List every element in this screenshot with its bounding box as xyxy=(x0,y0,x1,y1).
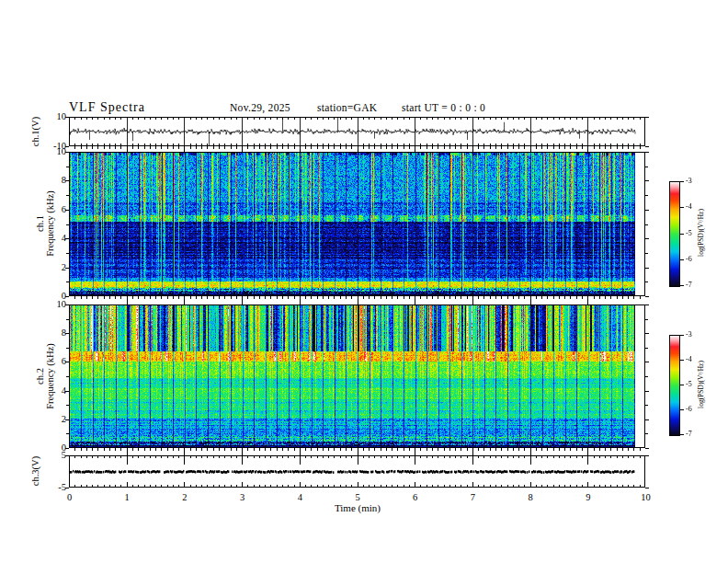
ch2-spec-y-tick xyxy=(65,362,69,362)
ch2-spec-y-minor-tick xyxy=(645,376,648,377)
ch1-wave-y-tick xyxy=(65,117,69,118)
ch1-wave-y-tick-label: 10 xyxy=(35,112,66,121)
ch1-spec-y-tick xyxy=(65,296,69,297)
ch2-spec-y-minor-tick xyxy=(645,319,648,320)
ch2-spec-y-tick-label: 4 xyxy=(35,386,66,396)
ch2-spec-y-tick-label: 6 xyxy=(35,357,66,366)
ch1-spec-y-tick xyxy=(65,152,69,153)
ch2-spec-y-tick xyxy=(65,448,69,449)
x-tick-label: 10 xyxy=(635,492,657,502)
colorbar-2-tick xyxy=(680,434,684,435)
colorbar-2-tick xyxy=(680,385,684,385)
ch2-spec-y-tick xyxy=(65,333,69,334)
tick-strip-2 xyxy=(69,296,645,304)
x-tick-label: 1 xyxy=(116,492,138,502)
ch2-spec-ylabel-channel: ch.2 xyxy=(35,343,45,408)
ch2-spec-y-tick-label: 10 xyxy=(35,300,66,309)
tick-strip-3 xyxy=(69,448,645,455)
start-ut-label: start UT = 0 : 0 : 0 xyxy=(402,102,485,113)
ch3-wave-y-tick xyxy=(65,488,69,488)
colorbar-1-tick xyxy=(680,234,684,235)
x-tick-label: 0 xyxy=(59,492,81,502)
colorbar-2-tick xyxy=(680,335,684,336)
colorbar-1-label: log(PSD)(V²/Hz) xyxy=(697,209,705,257)
colorbar-2-tick-label: -7 xyxy=(686,431,692,438)
colorbar-1-tick xyxy=(680,207,684,208)
colorbar-2-tick-label: -4 xyxy=(686,356,692,363)
x-tick-label: 7 xyxy=(461,492,483,502)
ch2-spec-y-tick-label: 8 xyxy=(35,328,66,338)
ch1-spec-y-tick xyxy=(65,210,69,211)
ch1-spec-y-tick xyxy=(65,268,69,269)
colorbar-1-tick xyxy=(680,181,684,182)
ch2-spec-y-tick-label: 2 xyxy=(35,415,66,424)
ch3-wave-ylabel: ch.3(V) xyxy=(30,456,40,486)
colorbar-2-label: log(PSD)(V²/Hz) xyxy=(697,361,705,408)
ch1-spec-y-minor-tick xyxy=(66,253,69,254)
ch3-wave-y-tick-label: 5 xyxy=(35,451,66,460)
ch2-spec-y-tick xyxy=(645,304,649,305)
colorbar-1-tick-label: -4 xyxy=(686,203,692,211)
ch3-wave-y-tick-label: -5 xyxy=(35,483,66,492)
ch2-spec-y-tick xyxy=(65,391,69,392)
ch1-spec-y-minor-tick xyxy=(645,282,648,282)
ch1-spec-y-minor-tick xyxy=(66,282,69,282)
ch2-spec-y-minor-tick xyxy=(66,348,69,349)
ch3-wave-y-tick xyxy=(645,488,649,488)
ch1-spec-y-tick xyxy=(65,180,69,181)
ch2-spec-y-minor-tick xyxy=(66,319,69,320)
x-tick-label: 2 xyxy=(174,492,196,502)
ch2-spec-y-minor-tick xyxy=(66,405,69,406)
ch3-wave-y-tick xyxy=(65,455,69,456)
ch1-spec-y-tick-label: 8 xyxy=(35,176,66,185)
colorbar-2-tick xyxy=(680,409,684,410)
ch1-spec-y-tick xyxy=(645,210,649,211)
ch1-spec-y-minor-tick xyxy=(66,167,69,167)
ch1-spec-y-minor-tick xyxy=(645,195,648,196)
ch1-spectrogram-canvas xyxy=(69,152,645,296)
ch1-spec-y-tick xyxy=(645,180,649,181)
plot-title: VLF Spectra xyxy=(69,100,145,115)
ch2-spec-y-minor-tick xyxy=(645,348,648,349)
ch2-spec-y-minor-tick xyxy=(645,405,648,406)
ch2-spec-y-tick xyxy=(65,304,69,305)
ch2-spec-y-tick xyxy=(645,391,649,392)
ch1-spec-y-tick xyxy=(65,238,69,239)
ch2-spec-y-minor-tick xyxy=(645,433,648,434)
ch2-spec-y-tick xyxy=(645,333,649,334)
colorbar-2-tick xyxy=(680,360,684,361)
ch2-spectrogram-canvas xyxy=(69,304,645,448)
date-label: Nov.29, 2025 xyxy=(230,102,290,113)
ch1-spec-ylabel-axis: Frequency (kHz) xyxy=(45,190,55,256)
ch2-spec-y-tick xyxy=(645,448,649,449)
ch1-spec-y-tick-label: 6 xyxy=(35,205,66,214)
colorbar-1-tick-label: -5 xyxy=(686,230,692,237)
ch1-spec-y-tick-label: 4 xyxy=(35,234,66,243)
ch1-spec-y-minor-tick xyxy=(645,253,648,254)
x-tick-label: 8 xyxy=(519,492,541,502)
colorbar-2 xyxy=(669,335,680,436)
vlf-spectra-figure: VLF Spectra Nov.29, 2025 station=GAK sta… xyxy=(0,0,728,563)
ch1-spec-y-tick xyxy=(645,238,649,239)
x-axis-title: Time (min) xyxy=(302,502,413,513)
ch1-wave-y-tick xyxy=(645,117,649,118)
ch2-spec-y-tick xyxy=(645,362,649,362)
colorbar-1-tick-label: -3 xyxy=(686,178,692,185)
ch1-spec-y-minor-tick xyxy=(645,224,648,225)
ch1-spec-y-minor-tick xyxy=(66,224,69,225)
colorbar-2-tick-label: -6 xyxy=(686,406,692,413)
ch3-wave-y-tick xyxy=(645,455,649,456)
ch1-spec-y-minor-tick xyxy=(645,167,648,167)
colorbar-2-tick-label: -3 xyxy=(686,331,692,339)
ch1-spec-y-tick xyxy=(645,268,649,269)
ch3-waveform-canvas xyxy=(69,455,645,488)
station-label: station=GAK xyxy=(317,102,377,113)
ch1-spec-ylabel: ch.1Frequency (kHz) xyxy=(35,190,55,256)
colorbar-1 xyxy=(669,181,680,287)
ch2-spec-ylabel: ch.2Frequency (kHz) xyxy=(35,343,55,408)
ch2-spec-y-tick xyxy=(645,419,649,420)
colorbar-1-tick xyxy=(680,285,684,286)
x-tick-label: 4 xyxy=(289,492,311,502)
ch1-spec-y-tick-label: 10 xyxy=(35,147,66,156)
ch1-spec-ylabel-channel: ch.1 xyxy=(35,190,45,256)
